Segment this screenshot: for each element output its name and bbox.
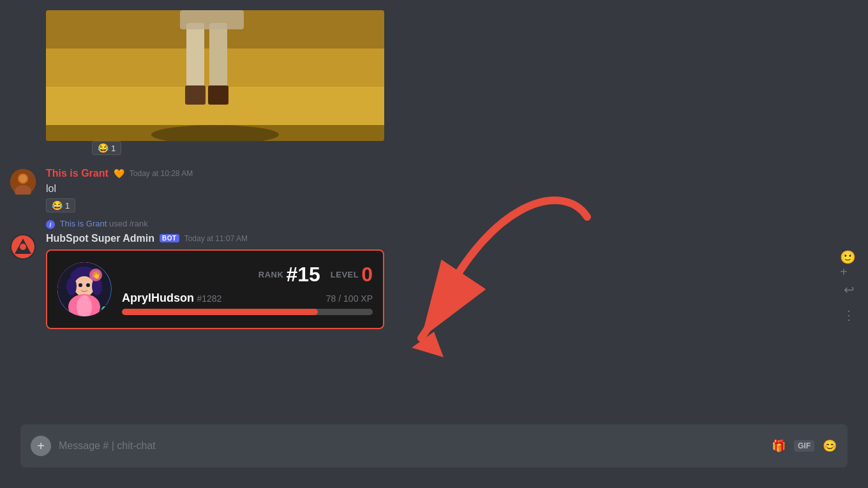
svg-rect-7 (185, 85, 206, 105)
grant-heart: 🧡 (114, 168, 124, 179)
bot-name: HubSpot Super Admin (46, 233, 154, 244)
rank-discriminator: #1282 (197, 293, 221, 304)
rank-xp-text: 78 / 100 XP (326, 293, 373, 304)
bot-message-row: HubSpot Super Admin BOT Today at 11:07 A… (0, 230, 868, 332)
rank-username: AprylHudson (122, 292, 194, 304)
top-reaction-emoji: 😂 (98, 143, 108, 153)
video-embed: 😂 1 (46, 10, 868, 155)
grant-message-header: This is Grant 🧡 Today at 10:28 AM (46, 168, 858, 179)
grant-username: This is Grant (46, 168, 108, 179)
online-indicator (100, 305, 109, 314)
grant-timestamp: Today at 10:28 AM (130, 169, 193, 178)
grant-reaction[interactable]: 😂 1 (46, 198, 75, 212)
messages-container: 😂 1 This is Grant 🧡 Today (0, 0, 868, 424)
grant-message-text: lol (46, 182, 858, 196)
grant-message-row: This is Grant 🧡 Today at 10:28 AM lol 😂 … (0, 165, 868, 215)
rank-avatar: 👋 (57, 262, 112, 316)
chat-area: 😂 1 This is Grant 🧡 Today (0, 0, 868, 488)
rank-top-row: RANK #15 LEVEL 0 (122, 263, 373, 286)
bot-avatar (10, 234, 36, 260)
reply-icon[interactable]: ↩ (840, 281, 858, 299)
gift-icon[interactable]: 🎁 (771, 438, 786, 454)
level-label: LEVEL (331, 270, 359, 279)
level-number: 0 (361, 263, 373, 286)
svg-rect-9 (180, 10, 244, 29)
right-panel-icons: 🙂+ ↩ ⋮ (840, 255, 858, 324)
bot-message-content: HubSpot Super Admin BOT Today at 11:07 A… (46, 233, 858, 329)
input-right-icons: 🎁 GIF 😊 (771, 438, 837, 454)
add-content-button[interactable]: + (31, 436, 51, 456)
rank-info: RANK #15 LEVEL 0 AprylHudson #1282 78 / … (122, 263, 373, 315)
xp-bar-fill (122, 309, 318, 315)
svg-text:👋: 👋 (91, 270, 101, 279)
grant-reaction-bar: 😂 1 (46, 198, 858, 212)
svg-point-17 (20, 244, 26, 250)
top-reaction-bar: 😂 1 (92, 141, 868, 155)
bot-message-header: HubSpot Super Admin BOT Today at 11:07 A… (46, 233, 858, 244)
rank-username-group: AprylHudson #1282 (122, 292, 221, 305)
rank-card: 👋 RANK #15 LEVEL 0 (46, 249, 384, 329)
rank-user-row: AprylHudson #1282 78 / 100 XP (122, 292, 373, 305)
svg-point-24 (86, 283, 90, 287)
svg-rect-8 (208, 85, 228, 105)
bot-badge: BOT (160, 234, 179, 242)
grant-reaction-emoji: 😂 (52, 200, 63, 211)
command-user: This is Grant (60, 219, 107, 228)
grant-reaction-count: 1 (65, 201, 70, 211)
svg-point-13 (19, 175, 27, 182)
bot-timestamp: Today at 11:07 AM (184, 234, 248, 243)
bot-icon-shape (11, 235, 34, 258)
command-icon: / (46, 219, 57, 228)
rank-number: #15 (286, 263, 320, 286)
top-reaction[interactable]: 😂 1 (92, 141, 121, 155)
add-reaction-icon[interactable]: 🙂+ (840, 255, 858, 273)
gif-button[interactable]: GIF (794, 440, 814, 452)
emoji-icon[interactable]: 😊 (822, 438, 837, 454)
top-reaction-count: 1 (111, 144, 116, 153)
grant-avatar (10, 169, 36, 195)
input-wrapper: + 🎁 GIF 😊 (0, 424, 868, 488)
command-line: / This is Grant used /rank (0, 218, 868, 230)
more-icon[interactable]: ⋮ (840, 306, 858, 324)
svg-rect-5 (186, 23, 204, 87)
rank-label: RANK (258, 270, 284, 279)
svg-rect-6 (209, 23, 227, 87)
xp-bar-background (122, 309, 373, 315)
svg-point-23 (79, 283, 82, 287)
grant-message-content: This is Grant 🧡 Today at 10:28 AM lol 😂 … (46, 168, 858, 212)
command-text: used /rank (109, 219, 148, 228)
svg-point-21 (66, 277, 77, 295)
message-input[interactable] (59, 440, 763, 452)
video-thumbnail[interactable] (46, 10, 384, 141)
message-input-area: + 🎁 GIF 😊 (20, 424, 848, 468)
